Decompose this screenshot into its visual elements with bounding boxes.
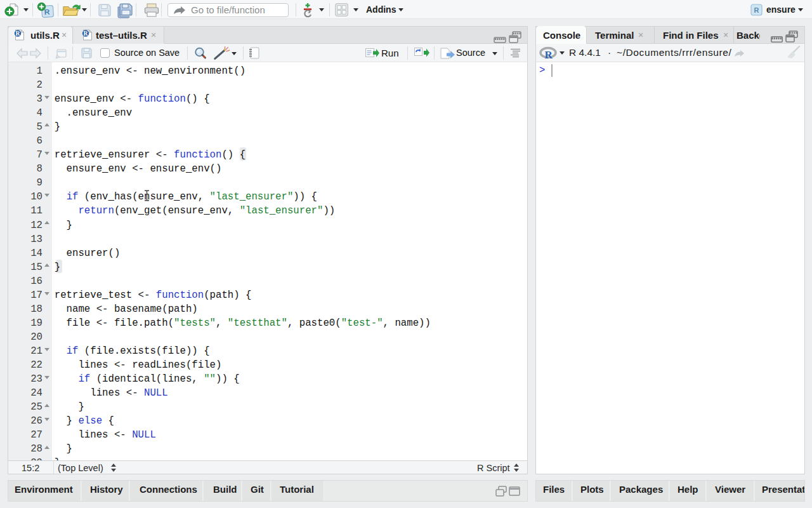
svg-text:R: R (545, 49, 553, 61)
svg-text:R: R (16, 30, 21, 37)
svg-text:R: R (754, 6, 759, 14)
svg-text:R: R (84, 30, 89, 37)
